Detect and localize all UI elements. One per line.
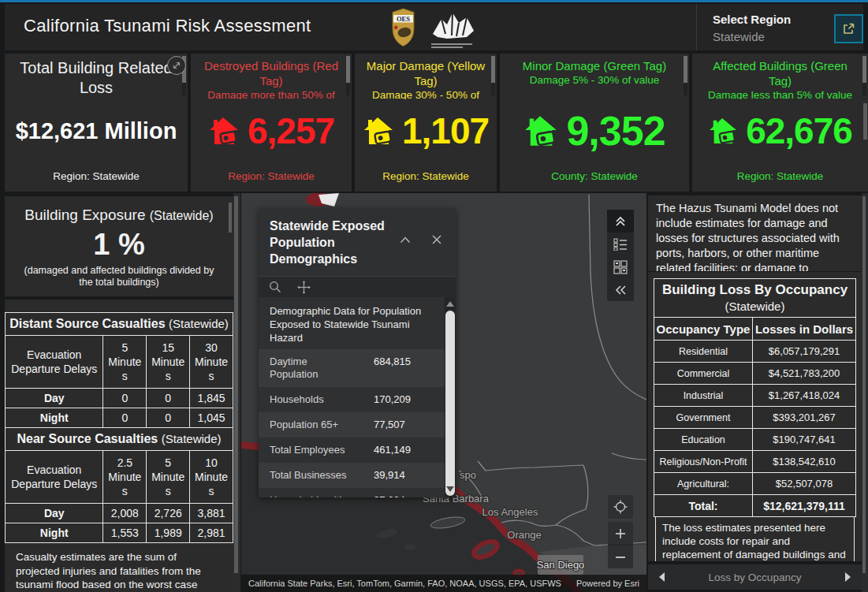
column-header: Evacuation Departure Delays: [6, 451, 103, 504]
exposure-value: 1 %: [5, 228, 233, 262]
card-title: Major Damage (Yellow Tag): [366, 58, 486, 88]
left-column-scrollbar[interactable]: [233, 193, 240, 592]
card-scrollbar[interactable]: [684, 56, 687, 95]
pager-next-icon[interactable]: [845, 572, 851, 582]
cgs-logo: [431, 10, 475, 42]
card-footer: Region: Statewide: [355, 170, 497, 182]
distant-title: Distant Source Casualties: [9, 317, 165, 330]
panel-scrollbar[interactable]: [229, 203, 232, 233]
card-value: 9,352: [566, 107, 665, 155]
card-title: Total Building Related Loss: [16, 58, 177, 98]
building-exposure-panel: Building Exposure (Statewide) 1 % (damag…: [5, 196, 233, 296]
exposure-suffix: (Statewide): [150, 209, 214, 222]
hazus-note-panel: The Hazus Tsunami Model does not include…: [648, 195, 862, 271]
popup-scrollbar[interactable]: [445, 297, 456, 497]
hazus-note-text: The Hazus Tsunami Model does not include…: [656, 202, 840, 271]
column-header: Evacuation Departure Delays: [6, 336, 103, 389]
table-row: Night 0 0 1,045: [6, 408, 233, 428]
map-panel: spo Santa Barbara Los Angeles Orange San…: [241, 193, 646, 592]
table-row: Day 2,008 2,726 3,881: [6, 504, 233, 523]
casualties-panel: Distant Source Casualties (Statewide) Ev…: [5, 300, 233, 592]
stat-card-total-loss: Total Building Related Loss $12,621 Mill…: [5, 54, 188, 192]
exposure-caption: (damaged and affected buildings divided …: [17, 265, 221, 289]
table-row: Night 1,553 1,989 2,981: [6, 523, 233, 543]
cal-oes-logo: OES: [391, 8, 415, 47]
zoom-to-icon[interactable]: [269, 281, 281, 293]
attribution-sources: California State Parks, Esri, TomTom, Ga…: [248, 579, 561, 588]
basemap-grid-icon: [613, 260, 628, 274]
header-divider: [696, 4, 697, 50]
popup-collapse-button[interactable]: [400, 236, 411, 244]
list-item: Total Employees461,149: [259, 437, 445, 463]
scroll-down-arrow-icon[interactable]: [446, 486, 454, 492]
card-scrollbar[interactable]: [346, 56, 350, 95]
card-subtitle: Damage less than 5% of value: [703, 88, 857, 99]
card-scrollbar[interactable]: [491, 56, 495, 95]
list-item: Households170,209: [259, 387, 445, 412]
zoom-in-button[interactable]: [608, 522, 633, 545]
open-region-selector-button[interactable]: [834, 14, 863, 43]
select-region-control[interactable]: Select Region Statewide: [713, 13, 791, 43]
house-tag-icon: [208, 117, 240, 145]
table-row: Agricultural:$52,507,078: [654, 473, 856, 495]
map-label-los-angeles: Los Angeles: [482, 506, 538, 518]
card-value: $12,621 Million: [5, 106, 188, 156]
scrollbar-thumb[interactable]: [445, 311, 455, 496]
legend-button[interactable]: [607, 233, 634, 255]
select-region-value: Statewide: [713, 30, 791, 43]
expand-card-button[interactable]: [167, 56, 186, 75]
popup-title: Statewide Exposed Population Demographic…: [270, 218, 396, 267]
stat-card-affected: Affected Buildings (Green Tag) Damage le…: [692, 54, 868, 192]
card-footer: Region: Statewide: [191, 170, 352, 182]
pager-label: Loss by Occupancy: [709, 572, 802, 583]
right-column-scrollbar[interactable]: [862, 193, 868, 592]
casualties-table: Distant Source Casualties (Statewide) Ev…: [5, 312, 233, 543]
collapse-panel-button[interactable]: [607, 278, 634, 301]
basemap-gallery-button[interactable]: [607, 255, 634, 278]
card-title: Destroyed Buildings (Red Tag): [202, 58, 341, 88]
plus-icon: [615, 528, 626, 539]
top-accent-bar: [0, 0, 868, 2]
table-row: Education$190,747,641: [654, 429, 856, 451]
list-item: Total Businesses39,914: [259, 463, 445, 488]
card-value: 62,676: [746, 110, 852, 152]
table-row: Day 0 0 1,845: [6, 389, 233, 408]
panel-pager: Loss by Occupancy: [648, 564, 862, 590]
popup-close-button[interactable]: [432, 235, 441, 244]
loss-note-text: The loss estimates presented here includ…: [655, 517, 855, 561]
house-tag-icon: [363, 117, 394, 145]
card-title: Affected Buildings (Green Tag): [703, 58, 857, 88]
table-row: Religious/Non-Profit$138,542,610: [654, 451, 856, 473]
card-scrollbar[interactable]: [862, 56, 866, 95]
map-popup: Statewide Exposed Population Demographic…: [259, 208, 456, 497]
collapse-toolbar-button[interactable]: [607, 210, 634, 233]
building-loss-panel: Building Loss By Occupancy(Statewide) Oc…: [648, 272, 862, 561]
oes-logo-text: OES: [397, 15, 410, 23]
locate-icon: [613, 500, 628, 514]
zoom-out-button[interactable]: [608, 545, 633, 568]
select-region-label: Select Region: [713, 13, 791, 26]
scroll-up-arrow-icon[interactable]: [446, 301, 454, 307]
external-link-icon: [842, 22, 855, 35]
card-footer: Region: Statewide: [5, 170, 188, 182]
table-row: Industrial$1,267,418,024: [654, 385, 856, 407]
chevron-up-icon: [400, 236, 411, 244]
popup-description: Demographic Data for Population Exposed …: [259, 297, 445, 349]
near-title: Near Source Casualties: [17, 432, 158, 445]
stat-card-major-damage: Major Damage (Yellow Tag) Damage 30% - 5…: [355, 54, 497, 192]
dashboard: California Tsunami Risk Assessment OES S…: [0, 0, 868, 592]
pager-prev-icon[interactable]: [659, 572, 665, 582]
list-item: Households with Disability27,604: [259, 488, 445, 497]
list-item: Daytime Population684,815: [259, 349, 445, 387]
list-item: Population 65+77,507: [259, 412, 445, 437]
popup-content: Demographic Data for Population Exposed …: [259, 297, 445, 497]
card-title: Minor Damage (Green Tag): [511, 58, 678, 73]
dock-move-icon[interactable]: [297, 281, 311, 294]
locate-button[interactable]: [608, 495, 633, 519]
powered-by-esri: Powered by Esri: [576, 579, 639, 588]
table-row-total: Total:$12,621,379,111: [654, 495, 856, 517]
table-row: Residential$6,057,179,291: [654, 341, 856, 363]
card-value: 1,107: [402, 110, 489, 152]
card-subtitle: Damage 30% - 50% of value: [366, 88, 486, 99]
stat-card-destroyed: Destroyed Buildings (Red Tag) Damage mor…: [191, 54, 352, 192]
